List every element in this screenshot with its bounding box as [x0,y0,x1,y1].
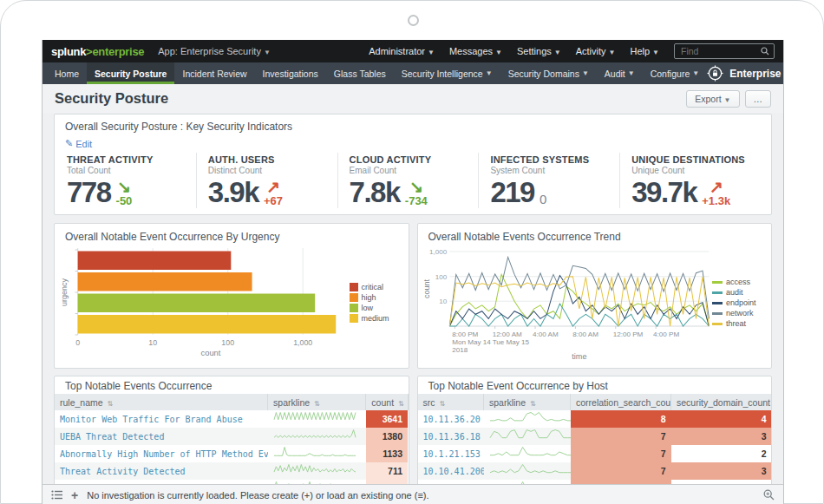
nav-configure[interactable]: Configure▼ [643,62,707,84]
left-table-title: Top Notable Events Occurrence [55,376,409,394]
src-link[interactable]: 10.1.21.153 [418,445,484,462]
rule-name-link[interactable]: Threat Activity Detected [55,462,268,480]
find-input[interactable] [679,45,761,57]
count-cell[interactable] [772,410,773,428]
export-button[interactable]: Export▼ [686,90,739,108]
col-header-src[interactable]: src ⇅ [418,394,484,410]
col-header-sparkline[interactable]: sparkline ⇅ [268,394,366,410]
dashboard-content: Overall Security Posture : Key Security … [43,113,783,504]
nav-security-domains[interactable]: Security Domains▼ [500,62,597,84]
col-header-sparkline[interactable]: sparkline ⇅ [484,394,571,410]
security-domain-count-cell[interactable]: 3 [671,462,772,480]
kpi-infected-systems[interactable]: INFECTED SYSTEMS System Count 219 0 [478,153,619,208]
count-cell[interactable] [772,445,773,462]
zoom-search-icon[interactable] [763,489,775,501]
trend-line-chart[interactable]: 101001,0008:00 PMMon May 14201812:00 AMT… [423,245,713,361]
kpi-value: 39.7k [631,179,696,206]
nav-security-intelligence[interactable]: Security Intelligence▼ [394,62,500,84]
table-row: Abnormally High Number of HTTP Method Ev… [55,445,408,462]
nav-incident-review[interactable]: Incident Review [174,62,254,84]
security-domain-count-cell[interactable]: 2 [671,445,772,462]
nav-security-posture[interactable]: Security Posture [87,62,174,84]
correlation-count-cell[interactable]: 7 [571,445,671,462]
svg-text:1,000: 1,000 [293,338,312,347]
kpi-threat-activity[interactable]: THREAT ACTIVITY Total Count 778 ↘-50 [65,153,196,208]
kpi-unique-destinations[interactable]: UNIQUE DESTINATIONS Unique Count 39.7k ↗… [619,153,761,208]
col-header-security-domain-count[interactable]: security_domain_count ⇅ [671,394,772,410]
kpi-auth-users[interactable]: AUTH. USERS Distinct Count 3.9k ↗+67 [196,153,337,208]
trend-up-icon: ↗ [266,179,280,195]
splunk-logo[interactable]: splunk>enterprise [51,45,144,58]
legend-item[interactable]: high [350,293,405,302]
nav-audit[interactable]: Audit▼ [597,62,643,84]
sparkline-cell [484,428,571,445]
legend-item[interactable]: threat [712,319,768,328]
app-menu[interactable]: App: Enterprise Security▼ [158,46,271,56]
count-cell[interactable]: 1133 [366,445,408,462]
legend-item[interactable]: access [712,278,768,286]
search-icon [761,47,769,56]
chevron-down-icon: ▼ [609,49,616,56]
trend-down-icon: ↘ [117,179,131,195]
top-notable-events-panel: Top Notable Events Occurrence rule_name … [54,376,409,492]
legend-item[interactable]: low [350,304,405,312]
legend-swatch [712,302,723,304]
legend-swatch [350,304,358,312]
rule-name-link[interactable]: Monitor Web Traffic For Brand Abuse [55,410,268,428]
chevron-down-icon: ▼ [554,49,561,56]
correlation-count-cell[interactable]: 7 [571,428,671,445]
col-header-count[interactable]: count ⇅ [772,394,773,410]
investigation-list-icon[interactable] [51,490,62,500]
src-link[interactable]: 10.10.41.200 [418,462,484,480]
kpi-cloud-activity[interactable]: CLOUD ACTIVITY Email Count 7.8k ↘-734 [337,153,479,208]
col-header-count[interactable]: count ⇅ [366,394,408,410]
col-header-correlation-search-count[interactable]: correlation_search_count ⇅ [571,394,671,410]
menu-settings[interactable]: Settings▼ [517,46,561,56]
sort-icon: ⇅ [530,400,536,408]
investigation-status-bar: + No investigation is currently loaded. … [43,484,783,504]
legend-item[interactable]: medium [350,314,405,323]
trend-up-icon: ↗ [710,179,723,195]
nav-glass-tables[interactable]: Glass Tables [326,62,394,84]
enterprise-security-brand: Enterprise Security [707,62,784,84]
nav-home[interactable]: Home [47,62,87,84]
correlation-count-cell[interactable]: 7 [571,462,671,480]
rule-name-link[interactable]: Abnormally High Number of HTTP Method Ev… [55,445,268,462]
chevron-down-icon: ▼ [628,69,635,77]
legend-item[interactable]: audit [712,288,768,297]
count-cell[interactable] [772,428,773,445]
kpi-delta: -734 [405,195,428,206]
title-bar: Security Posture Export▼ … [43,84,783,113]
legend-item[interactable]: critical [350,283,405,291]
chevron-down-icon: ▼ [486,69,493,77]
count-cell[interactable] [772,462,773,480]
col-header-rule-name[interactable]: rule_name ⇅ [55,394,268,410]
legend-item[interactable]: network [712,309,768,317]
create-investigation-icon[interactable]: + [71,488,78,502]
count-cell[interactable]: 711 [366,462,408,480]
menu-activity[interactable]: Activity▼ [576,46,616,56]
nav-investigations[interactable]: Investigations [255,62,326,84]
count-cell[interactable]: 1380 [366,428,408,445]
urgency-bar-chart[interactable]: 0101001,000counturgency [60,245,350,361]
legend-item[interactable]: endpoint [712,298,768,307]
security-domain-count-cell[interactable]: 4 [671,410,772,428]
src-link[interactable]: 10.11.36.20 [418,410,484,428]
menu-messages[interactable]: Messages▼ [449,46,502,56]
more-button[interactable]: … [745,90,772,108]
svg-text:8:00 PM: 8:00 PM [452,331,478,338]
menu-administrator[interactable]: Administrator▼ [369,46,435,56]
sparkline-cell [268,445,366,462]
svg-text:Mon May 14: Mon May 14 [452,338,491,346]
menu-help[interactable]: Help▼ [630,46,659,56]
count-cell[interactable]: 3641 [366,410,408,428]
line-chart-title: Overall Notable Events Occurrence Trend [418,224,772,243]
trend-line-chart-panel: Overall Notable Events Occurrence Trend … [417,223,773,369]
edit-link[interactable]: ✎Edit [65,138,92,149]
rule-name-link[interactable]: UEBA Threat Detected [55,428,268,445]
top-bar: splunk>enterprise App: Enterprise Securi… [43,40,783,62]
find-search-box[interactable] [674,43,775,59]
correlation-count-cell[interactable]: 8 [571,410,671,428]
src-link[interactable]: 10.11.36.18 [418,428,484,445]
security-domain-count-cell[interactable]: 3 [671,428,772,445]
